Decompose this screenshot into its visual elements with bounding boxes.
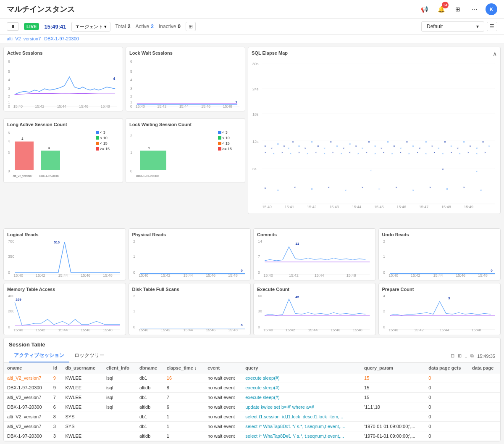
svg-text:516: 516 xyxy=(54,241,60,245)
physical-reads-panel: Physical Reads 2 1 0 0 15:40 15:42 15:44… xyxy=(129,228,251,280)
cell-elapse-time: 1 xyxy=(163,422,205,431)
more-icon[interactable]: ⋯ xyxy=(469,3,480,15)
svg-text:×: × xyxy=(412,144,415,148)
table-row[interactable]: alti_V2_version7 8 SYS db1 1 no wait eve… xyxy=(4,412,500,422)
svg-text:2: 2 xyxy=(8,94,10,98)
svg-text:15:40: 15:40 xyxy=(262,205,272,209)
svg-text:1: 1 xyxy=(133,255,135,259)
tab-active-sessions[interactable]: アクティブセッション xyxy=(9,349,69,362)
agent-select[interactable]: エージェント ▾ xyxy=(71,22,110,32)
svg-text:15:44: 15:44 xyxy=(179,104,189,108)
cell-oname: alti_V2_version7 xyxy=(4,422,50,431)
svg-text:×: × xyxy=(273,152,275,156)
svg-text:18s: 18s xyxy=(252,112,259,116)
svg-text:14: 14 xyxy=(258,240,262,244)
prepare-count-chart: 4 2 0 3 15:40 15:42 15:44 15:48 xyxy=(382,293,497,331)
tabs: アクティブセッション ロックツリー ⊟ ⊞ ↓ ⧉ 15:49:35 xyxy=(4,349,500,363)
speaker-icon[interactable]: 📢 xyxy=(418,3,430,15)
svg-text:×: × xyxy=(393,144,395,148)
grid-view-icon[interactable]: ⊞ xyxy=(458,353,462,359)
svg-text:×: × xyxy=(425,152,427,156)
svg-text:0: 0 xyxy=(130,168,132,173)
cell-oname: alti_V2_version7 xyxy=(4,412,50,422)
table-row[interactable]: alti_V2_version7 3 SYS db1 1 no wait eve… xyxy=(4,422,500,431)
svg-text:×: × xyxy=(387,140,389,144)
svg-text:15:40: 15:40 xyxy=(139,328,148,331)
tab-lock-tree[interactable]: ロックツリー xyxy=(69,349,110,362)
cell-dbname: db1 xyxy=(136,412,163,422)
svg-text:×: × xyxy=(482,140,484,144)
svg-text:15:44: 15:44 xyxy=(183,328,193,331)
svg-text:×: × xyxy=(284,144,286,148)
svg-text:15:42: 15:42 xyxy=(286,328,295,331)
svg-text:DBX-1-97-20300: DBX-1-97-20300 xyxy=(136,174,159,177)
table-header-row: oname id db_username client_info dbname … xyxy=(4,363,500,373)
breadcrumb-item2[interactable]: DBX-1-97-20300 xyxy=(44,36,79,41)
user-avatar[interactable]: K xyxy=(486,3,497,15)
svg-text:11: 11 xyxy=(295,242,299,246)
svg-text:15:44: 15:44 xyxy=(183,273,193,277)
svg-text:0: 0 xyxy=(383,271,385,275)
svg-text:×: × xyxy=(288,146,290,150)
pause-button[interactable]: ⏸ xyxy=(7,22,19,31)
header-icons: 📢 🔔 14 ⊞ ⋯ K xyxy=(418,3,497,15)
svg-text:×: × xyxy=(368,140,370,144)
svg-text:×: × xyxy=(450,151,452,154)
page-title: マルチインスタンス xyxy=(7,4,75,14)
header: マルチインスタンス 📢 🔔 14 ⊞ ⋯ K xyxy=(0,0,504,19)
collapse-button[interactable]: ∧ xyxy=(493,50,497,57)
svg-text:×: × xyxy=(470,144,472,148)
svg-text:×: × xyxy=(395,185,397,189)
cell-id: 8 xyxy=(50,412,62,422)
svg-text:15:42: 15:42 xyxy=(160,328,170,331)
disk-table-full-scans-panel: Disk Table Full Scans 2 1 0 0 15:40 15:4… xyxy=(129,283,251,335)
svg-text:×: × xyxy=(281,151,283,154)
cell-client-info: isql xyxy=(103,373,136,383)
svg-text:×: × xyxy=(342,146,344,150)
cell-oname: alti_V2_version7 xyxy=(4,373,50,383)
svg-text:×: × xyxy=(457,146,459,150)
svg-text:4: 4 xyxy=(21,137,23,141)
cell-db-username: KWLEE xyxy=(62,393,102,402)
settings-icon[interactable]: ☰ xyxy=(487,22,497,31)
table-row[interactable]: alti_V2_version7 9 KWLEE isql db1 16 no … xyxy=(4,373,500,383)
cell-query: select /* WhaTap8D#1 */ s.*, t.seqnum,t.… xyxy=(242,431,361,441)
svg-text:15:40: 15:40 xyxy=(136,104,145,108)
grid-icon[interactable]: ⊞ xyxy=(452,3,464,15)
svg-text:15:46: 15:46 xyxy=(331,328,340,331)
cell-elapse-time: 7 xyxy=(163,393,205,402)
table-row[interactable]: DBX-1-97-20300 3 KWLEE altidb 1 no wait … xyxy=(4,431,500,441)
download-icon[interactable]: ↓ xyxy=(465,354,467,359)
svg-text:15:44: 15:44 xyxy=(58,328,68,331)
copy-icon[interactable]: ⧉ xyxy=(470,353,474,359)
filter-icon[interactable]: ⊟ xyxy=(451,353,454,359)
svg-text:4: 4 xyxy=(8,78,10,82)
cell-db-username: KWLEE xyxy=(62,431,102,441)
bell-icon-wrapper[interactable]: 🔔 14 xyxy=(435,3,447,15)
cell-id: 9 xyxy=(50,373,62,383)
cell-data-page xyxy=(469,412,500,422)
table-row[interactable]: DBX-1-97-20300 6 KWLEE isql altidb 6 no … xyxy=(4,402,500,412)
execute-count-panel: Execute Count 60 30 0 45 15:40 15:42 15:… xyxy=(253,283,376,335)
svg-text:15:44: 15:44 xyxy=(439,328,449,331)
time-display: 15:49:41 xyxy=(44,24,66,30)
breadcrumb-item1[interactable]: alti_V2_version7 xyxy=(7,36,41,41)
cell-data-page xyxy=(469,431,500,441)
svg-text:45: 45 xyxy=(295,296,299,299)
default-select[interactable]: Default ▾ xyxy=(421,21,484,32)
timestamp-display: 15:49:35 xyxy=(477,354,495,359)
svg-text:6: 6 xyxy=(8,130,10,135)
layout-icon[interactable]: ⊞ xyxy=(186,22,196,31)
session-table-section: Session Table アクティブセッション ロックツリー ⊟ ⊞ ↓ ⧉ … xyxy=(3,338,501,441)
svg-text:15:43: 15:43 xyxy=(329,205,339,209)
svg-text:15:48: 15:48 xyxy=(103,328,113,331)
svg-text:15:48: 15:48 xyxy=(471,328,481,331)
svg-text:×: × xyxy=(370,169,372,172)
table-row[interactable]: DBX-1-97-20300 9 KWLEE isql altidb 8 no … xyxy=(4,383,500,393)
svg-text:×: × xyxy=(488,144,491,148)
tab-actions: ⊟ ⊞ ↓ ⧉ 15:49:35 xyxy=(451,353,495,359)
svg-text:15:49: 15:49 xyxy=(464,205,473,209)
table-row[interactable]: alti_V2_version7 7 KWLEE isql db1 7 no w… xyxy=(4,393,500,402)
svg-rect-143 xyxy=(140,151,166,170)
svg-text:×: × xyxy=(323,146,326,150)
